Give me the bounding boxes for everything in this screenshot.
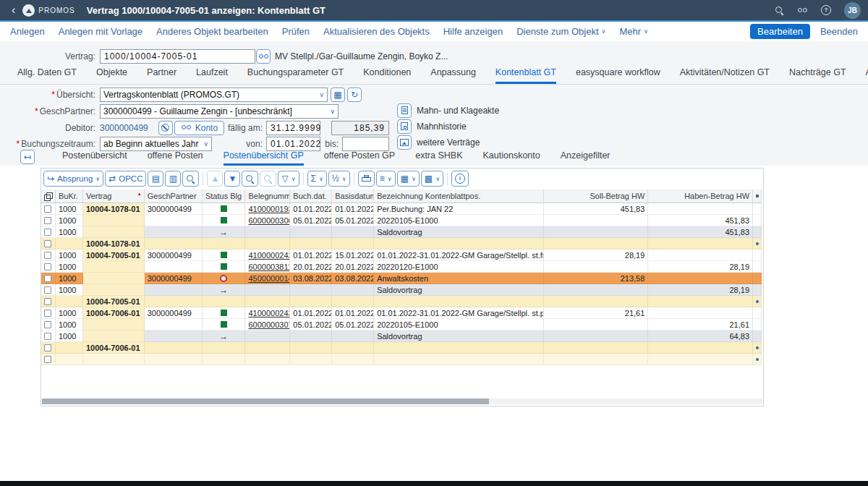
geschpartner-select[interactable]: 3000000499 - Guillaume Zengin - [unbesch…: [100, 104, 339, 119]
debitor-link[interactable]: 3000000499: [100, 123, 148, 133]
table-row[interactable]: 1000600000030705.01.202205.01.2022202201…: [41, 319, 762, 331]
beleg-link[interactable]: 6000003811: [248, 263, 290, 271]
row-checkbox[interactable]: [44, 205, 51, 213]
row-checkbox[interactable]: [44, 252, 51, 259]
tab-abweichende-bemessungen[interactable]: Abweichende Bemessungen: [866, 67, 868, 84]
beleg-link[interactable]: 6000000306: [248, 216, 290, 225]
table-row[interactable]: 1000→Saldovortrag451,83: [41, 226, 762, 238]
column-header-haben-betrag-hw[interactable]: Haben-Betrag HW: [648, 189, 753, 203]
column-header-soll-betrag-hw[interactable]: Soll-Betrag HW: [544, 189, 649, 203]
tab-objekte[interactable]: Objekte: [96, 67, 127, 84]
menu-item-anderes-objekt-bearbeiten[interactable]: Anderes Objekt bearbeiten: [156, 26, 268, 37]
help-icon[interactable]: ?: [821, 5, 831, 15]
table-row[interactable]: 1000→Saldovortrag28,19: [41, 284, 762, 296]
table-row[interactable]: 1000→Saldovortrag64,83: [41, 331, 762, 342]
tab-aktivit-ten-notizen-gt[interactable]: Aktivitäten/Notizen GT: [680, 67, 770, 84]
scrollbar-thumb[interactable]: [42, 398, 489, 404]
row-checkbox[interactable]: [44, 321, 51, 328]
row-checkbox[interactable]: [44, 310, 51, 317]
collapse-panel-button[interactable]: ↤: [20, 150, 35, 164]
views-button[interactable]: ≡∨: [376, 171, 396, 187]
find-button[interactable]: [242, 171, 258, 187]
sum-button[interactable]: Σ∨: [307, 171, 327, 187]
refresh-button[interactable]: ↻: [347, 88, 362, 102]
table-row[interactable]: 100010004-7005-013000000499410000024201.…: [41, 250, 762, 261]
avatar[interactable]: JB: [844, 2, 861, 19]
tab-buchungsparameter-gt[interactable]: Buchungsparameter GT: [247, 67, 344, 84]
row-checkbox[interactable]: [44, 263, 51, 270]
tab-easysquare-workflow[interactable]: easysquare workflow: [576, 67, 660, 84]
subtab-anzeigefilter[interactable]: Anzeigefilter: [561, 148, 610, 166]
tab-kontenblatt-gt[interactable]: Kontenblatt GT: [495, 67, 556, 84]
binoculars-icon[interactable]: [797, 7, 808, 14]
print-button[interactable]: [358, 171, 375, 187]
row-checkbox[interactable]: [44, 333, 51, 340]
beleg-link[interactable]: 4100000193: [248, 205, 290, 213]
row-checkbox[interactable]: [44, 356, 51, 363]
filter-button[interactable]: ▽∨: [278, 171, 299, 187]
beleg-link[interactable]: 6000000307: [248, 320, 290, 329]
vertrag-search-button[interactable]: [256, 49, 271, 64]
tab-anpassung[interactable]: Anpassung: [430, 67, 476, 84]
subtab-offene-posten-gp[interactable]: offene Posten GP: [324, 148, 395, 166]
subtab-posten-bersicht-gp[interactable]: Postenübersicht GP: [224, 148, 304, 166]
subtab-extra-shbk[interactable]: extra SHBK: [415, 148, 462, 166]
beleg-link[interactable]: 4100000242: [248, 251, 290, 260]
search-icon[interactable]: [775, 6, 784, 15]
beleg-link[interactable]: 4100000243: [248, 309, 290, 317]
table-row[interactable]: 100010004-7006-013000000499410000024301.…: [41, 307, 762, 319]
menu-item-mehr[interactable]: Mehr∨: [619, 26, 647, 37]
column-header-status-blg[interactable]: Status Blg: [203, 189, 246, 203]
table-row[interactable]: 10004-7006-01: [41, 342, 762, 354]
table-row[interactable]: 10003000000499450000001403.08.202203.08.…: [41, 273, 762, 284]
column-header-geschpartner[interactable]: GeschPartner: [145, 189, 203, 203]
tab-allg-daten-gt[interactable]: Allg. Daten GT: [17, 67, 77, 84]
back-icon[interactable]: ‹: [12, 4, 15, 16]
column-header-bezeichnung-kontenblattpos-[interactable]: Bezeichnung Kontenblattpos.: [374, 189, 544, 203]
column-header-bukr-[interactable]: BuKr.: [56, 189, 83, 203]
column-header-belegnummer[interactable]: Belegnummer: [245, 189, 290, 203]
subtotal-button[interactable]: ½∨: [328, 171, 350, 187]
tab-nachtr-ge-gt[interactable]: Nachträge GT: [789, 67, 846, 84]
export-button[interactable]: ▦∨: [397, 171, 420, 187]
beleg-link[interactable]: 4500000014: [248, 274, 290, 283]
table-row[interactable]: 1000600000381120.01.202220.01.2022202201…: [41, 261, 762, 273]
document-forward-button[interactable]: ▤: [148, 171, 163, 187]
column-header-marker[interactable]: [753, 189, 762, 203]
info-button[interactable]: i: [451, 171, 469, 187]
menu-item-anlegen[interactable]: Anlegen: [10, 26, 45, 37]
dunning-block-button[interactable]: [158, 121, 173, 135]
absprung-button[interactable]: ↪Absprung∨: [43, 171, 103, 187]
document-copy-button[interactable]: ▥: [165, 171, 181, 187]
row-checkbox[interactable]: [44, 344, 51, 351]
uebersicht-select[interactable]: Vertragskontenblatt (PROMOS.GT)∨: [100, 88, 328, 102]
column-header-buch-dat-[interactable]: Buch.dat.: [290, 189, 332, 203]
row-checkbox[interactable]: [44, 217, 51, 224]
row-checkbox[interactable]: [44, 286, 51, 294]
subtab-kautionskonto[interactable]: Kautionskonto: [483, 148, 540, 166]
column-header-select[interactable]: [41, 189, 56, 203]
row-checkbox[interactable]: [44, 275, 51, 282]
table-row[interactable]: 10004-1078-01: [41, 238, 762, 250]
table-row[interactable]: 10004-7005-01: [41, 296, 762, 307]
mahn-und-klageakte-button[interactable]: [397, 103, 412, 118]
row-checkbox[interactable]: [44, 229, 51, 236]
subtab-offene-posten[interactable]: offene Posten: [148, 148, 203, 166]
menu-item-dienste-zum-objekt[interactable]: Dienste zum Objekt∨: [516, 26, 605, 37]
beenden-button[interactable]: Beenden: [820, 26, 858, 37]
tab-partner[interactable]: Partner: [147, 67, 176, 84]
horizontal-scrollbar[interactable]: [42, 398, 762, 404]
table-row[interactable]: 100010004-1078-013000000499410000019301.…: [41, 203, 762, 215]
layout-button[interactable]: ▩∨: [421, 171, 443, 187]
row-checkbox[interactable]: [44, 298, 51, 305]
tab-laufzeit[interactable]: Laufzeit: [196, 67, 228, 84]
menu-item-aktualisieren-des-objekts[interactable]: Aktualisieren des Objekts: [323, 26, 430, 37]
table-row[interactable]: [41, 354, 762, 365]
tab-konditionen[interactable]: Konditionen: [363, 67, 411, 84]
subtab-posten-bersicht[interactable]: Postenübersicht: [62, 148, 127, 166]
menu-item-anlegen-mit-vorlage[interactable]: Anlegen mit Vorlage: [59, 26, 142, 37]
row-checkbox[interactable]: [44, 240, 51, 247]
opcc-button[interactable]: ⇄OPCC: [105, 171, 146, 187]
layout-settings-button[interactable]: ▦: [331, 88, 345, 102]
table-row[interactable]: 1000600000030605.01.202205.01.2022202201…: [41, 215, 762, 226]
